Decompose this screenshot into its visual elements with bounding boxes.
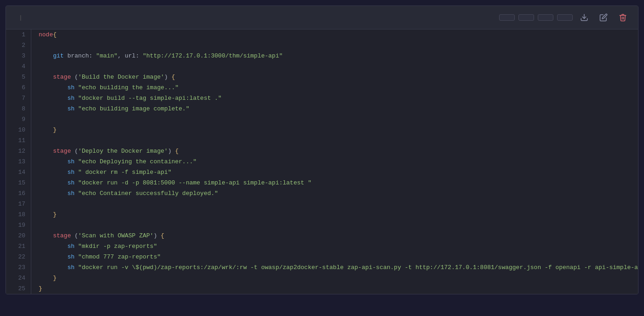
line-number: 20 [6, 230, 31, 241]
code-line: } [39, 125, 638, 135]
edit-button[interactable] [596, 11, 611, 24]
line-number: 2 [6, 40, 31, 51]
code-line [39, 220, 638, 230]
code-line: sh "echo building the image..." [39, 82, 638, 93]
download-button[interactable] [576, 11, 592, 24]
file-viewer: | [6, 6, 638, 294]
meta-separator: | [19, 14, 23, 21]
blame-button[interactable] [538, 14, 553, 21]
line-number: 17 [6, 199, 31, 209]
code-line: sh "echo Deploying the container..." [39, 156, 638, 167]
line-number: 18 [6, 209, 31, 220]
code-line: sh "docker build --tag simple-api:latest… [39, 93, 638, 103]
line-number: 10 [6, 125, 31, 135]
code-line: } [39, 209, 638, 220]
code-line: sh " docker rm -f simple-api" [39, 167, 638, 178]
line-number: 15 [6, 178, 31, 188]
code-line [39, 199, 638, 209]
line-number: 14 [6, 167, 31, 178]
line-number: 16 [6, 188, 31, 199]
line-number: 21 [6, 241, 31, 252]
history-button[interactable] [557, 14, 573, 21]
code-line: sh "mkdir -p zap-reports" [39, 241, 638, 252]
line-number: 3 [6, 51, 31, 61]
line-number: 4 [6, 61, 31, 72]
code-line: sh "docker run -d -p 8081:5000 --name si… [39, 178, 638, 188]
line-number: 12 [6, 146, 31, 156]
file-header: | [6, 6, 638, 29]
line-number: 7 [6, 93, 31, 103]
code-line: } [39, 283, 638, 294]
file-actions [499, 11, 631, 24]
code-line: sh "docker run -v \$(pwd)/zap-reports:/z… [39, 262, 638, 273]
line-number: 6 [6, 82, 31, 93]
code-line [39, 61, 638, 72]
code-line [39, 135, 638, 146]
line-numbers: 1234567891011121314151617181920212223242… [6, 29, 31, 294]
line-number: 9 [6, 114, 31, 125]
code-line: git branch: "main", url: "http://172.17.… [39, 51, 638, 61]
file-meta: | [13, 14, 28, 21]
line-number: 11 [6, 135, 31, 146]
permalink-button[interactable] [518, 14, 534, 21]
line-number: 8 [6, 103, 31, 114]
code-line: sh "echo building image complete." [39, 103, 638, 114]
code-content: node{ git branch: "main", url: "http://1… [31, 29, 638, 294]
code-line [39, 114, 638, 125]
code-line: stage ('Build the Docker image') { [39, 72, 638, 82]
code-line: stage ('Scan with OWASP ZAP') { [39, 230, 638, 241]
code-line [39, 40, 638, 51]
code-line: sh "echo Container successfully deployed… [39, 188, 638, 199]
line-number: 25 [6, 283, 31, 294]
line-number: 24 [6, 273, 31, 283]
line-number: 19 [6, 220, 31, 230]
line-number: 5 [6, 72, 31, 82]
line-number: 13 [6, 156, 31, 167]
raw-button[interactable] [499, 14, 515, 21]
delete-button[interactable] [615, 11, 631, 24]
code-line: node{ [39, 29, 638, 40]
line-number: 22 [6, 252, 31, 262]
code-line: stage ('Deploy the Docker image') { [39, 146, 638, 156]
code-line: } [39, 273, 638, 283]
code-line: sh "chmod 777 zap-reports" [39, 252, 638, 262]
line-number: 1 [6, 29, 31, 40]
code-container: 1234567891011121314151617181920212223242… [6, 29, 638, 294]
line-number: 23 [6, 262, 31, 273]
